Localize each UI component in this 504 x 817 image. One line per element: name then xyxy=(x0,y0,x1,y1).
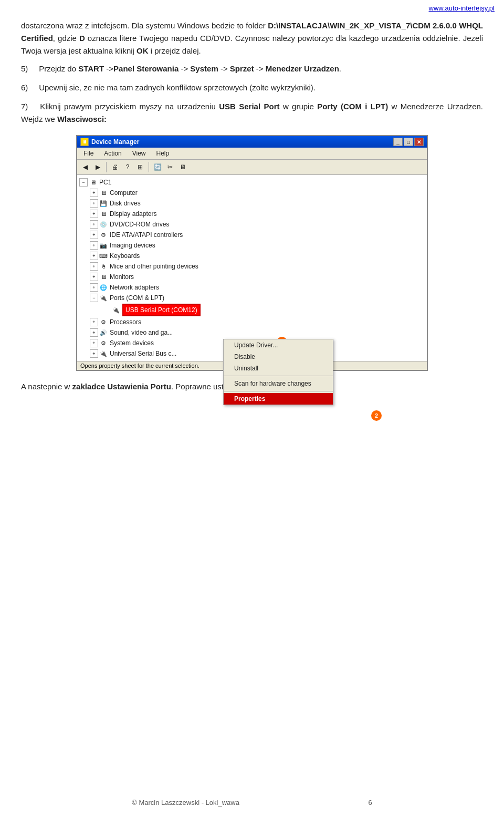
dm-titlebar-buttons: _ □ ✕ xyxy=(393,138,424,146)
dvd-icon: 💿 xyxy=(99,220,108,229)
footer: © Marcin Laszczewski - Loki_wawa 6 xyxy=(0,799,504,806)
ctx-update-driver[interactable]: Update Driver... xyxy=(224,339,333,351)
expand-ide[interactable]: + xyxy=(90,231,98,239)
ports-item[interactable]: − 🔌 Ports (COM & LPT) xyxy=(90,293,425,303)
tree-item-processors: + ⚙ Processors xyxy=(90,317,425,327)
usb-serial-label: USB Serial Port (COM12) xyxy=(122,304,201,316)
intro-paragraph: dostarczona wraz z intefejsem. Dla syste… xyxy=(21,19,483,57)
expand-computer[interactable]: + xyxy=(90,189,98,197)
expand-sound[interactable]: + xyxy=(90,328,98,337)
step-7-number: 7) xyxy=(21,100,37,113)
processors-item[interactable]: + ⚙ Processors xyxy=(90,317,425,327)
minimize-button[interactable]: _ xyxy=(393,138,403,146)
dvd-item[interactable]: + 💿 DVD/CD-ROM drives xyxy=(90,219,425,230)
tree-item-keyboards: + ⌨ Keyboards xyxy=(90,251,425,261)
ide-item[interactable]: + ⚙ IDE ATA/ATAPI controllers xyxy=(90,230,425,240)
ide-label: IDE ATA/ATAPI controllers xyxy=(110,230,183,240)
mice-item[interactable]: + 🖱 Mice and other pointing devices xyxy=(90,261,425,272)
pc-icon: 🖥 xyxy=(89,178,97,187)
expand-processors[interactable]: + xyxy=(90,318,98,326)
usb-bus-icon: 🔌 xyxy=(99,349,108,358)
tree-item-usb-serial: + 🔌 USB Serial Port (COM12) xyxy=(100,303,425,317)
expand-ports[interactable]: − xyxy=(90,294,98,302)
dvd-label: DVD/CD-ROM drives xyxy=(110,220,169,229)
help-icon[interactable]: ? xyxy=(122,161,133,173)
imaging-item[interactable]: + 📷 Imaging devices xyxy=(90,240,425,251)
usb-label: Universal Serial Bus c... xyxy=(110,349,176,358)
ctx-separator xyxy=(224,376,333,376)
expand-dvd[interactable]: + xyxy=(90,220,98,229)
ports-subtree: + 🔌 USB Serial Port (COM12) xyxy=(90,303,425,317)
network-label: Network adapters xyxy=(110,283,159,292)
expand-disk[interactable]: + xyxy=(90,199,98,208)
disk-item[interactable]: + 💾 Disk drives xyxy=(90,198,425,209)
usb-icon: 🔌 xyxy=(112,306,120,314)
expand-keyboards[interactable]: + xyxy=(90,252,98,260)
expand-usb-bus[interactable]: + xyxy=(90,349,98,358)
disk-icon: 💾 xyxy=(99,199,108,208)
menu-action[interactable]: Action xyxy=(100,149,125,158)
menu-file[interactable]: File xyxy=(79,149,98,158)
tree-item-network: + 🌐 Network adapters xyxy=(90,282,425,293)
tree-root: − 🖥 PC1 + 🖥 Computer xyxy=(79,177,425,359)
footer-text: © Marcin Laszczewski - Loki_wawa xyxy=(132,799,239,806)
tree-item-dvd: + 💿 DVD/CD-ROM drives xyxy=(90,219,425,230)
computer-icon: 🖥 xyxy=(99,189,108,197)
close-button[interactable]: ✕ xyxy=(414,138,424,146)
keyboards-item[interactable]: + ⌨ Keyboards xyxy=(90,251,425,261)
ctx-scan[interactable]: Scan for hardware changes xyxy=(224,378,333,389)
network-item[interactable]: + 🌐 Network adapters xyxy=(90,282,425,293)
properties-icon[interactable]: 🖨 xyxy=(109,161,121,173)
context-menu: Update Driver... Disable Uninstall Scan … xyxy=(223,339,333,405)
website-link[interactable]: www.auto-interfejsy.pl xyxy=(0,0,504,14)
device-manager-window: 🖥 Device Manager _ □ ✕ File Action View … xyxy=(76,135,428,371)
tree-item-monitors: + 🖥 Monitors xyxy=(90,272,425,282)
maximize-button[interactable]: □ xyxy=(404,138,413,146)
url-link[interactable]: www.auto-interfejsy.pl xyxy=(429,4,495,12)
dm-tree: − 🖥 PC1 + 🖥 Computer xyxy=(79,177,425,359)
processors-label: Processors xyxy=(110,317,141,327)
dm-tree-body: − 🖥 PC1 + 🖥 Computer xyxy=(77,175,427,361)
monitors-item[interactable]: + 🖥 Monitors xyxy=(90,272,425,282)
network-icon: 🌐 xyxy=(99,283,108,292)
display-item[interactable]: + 🖥 Display adapters xyxy=(90,209,425,219)
tree-item-root[interactable]: − 🖥 PC1 xyxy=(79,177,425,188)
expand-imaging[interactable]: + xyxy=(90,241,98,250)
expand-monitors[interactable]: + xyxy=(90,273,98,281)
tree-item-ports: − 🔌 Ports (COM & LPT) + 🔌 xyxy=(90,293,425,317)
root-label: PC1 xyxy=(99,178,111,187)
tree-item-imaging: + 📷 Imaging devices xyxy=(90,240,425,251)
sound-item[interactable]: + 🔊 Sound, video and ga... xyxy=(90,327,425,338)
processor-icon: ⚙ xyxy=(99,318,108,326)
computer-label: Computer xyxy=(110,188,138,198)
expand-system[interactable]: + xyxy=(90,339,98,347)
tree-item-disk: + 💾 Disk drives xyxy=(90,198,425,209)
usb-serial-item[interactable]: + 🔌 USB Serial Port (COM12) xyxy=(100,303,425,317)
expand-root[interactable]: − xyxy=(79,178,88,187)
back-icon[interactable]: ◀ xyxy=(79,161,91,173)
expand-mice[interactable]: + xyxy=(90,262,98,271)
ide-icon: ⚙ xyxy=(99,231,108,239)
hardware-icon[interactable]: 🖥 xyxy=(177,161,188,173)
system-label: System devices xyxy=(110,338,154,348)
update-icon[interactable]: 🔄 xyxy=(152,161,163,173)
keyboards-label: Keyboards xyxy=(110,251,140,261)
expand-network[interactable]: + xyxy=(90,283,98,292)
dm-toolbar: ◀ ▶ 🖨 ? ⊞ 🔄 ✂ 🖥 xyxy=(77,160,427,175)
step-7: 7) Kliknij prawym przyciskiem myszy na u… xyxy=(21,100,483,126)
dm-subtree: + 🖥 Computer + 💾 Disk drives xyxy=(79,188,425,359)
imaging-label: Imaging devices xyxy=(110,241,155,250)
computer-item[interactable]: + 🖥 Computer xyxy=(90,188,425,198)
ctx-uninstall[interactable]: Uninstall xyxy=(224,363,333,374)
expand-display[interactable]: + xyxy=(90,210,98,218)
ctx-disable[interactable]: Disable xyxy=(224,351,333,363)
page-content: dostarczona wraz z intefejsem. Dla syste… xyxy=(0,14,504,420)
ctx-properties[interactable]: Properties xyxy=(224,393,333,405)
step-5-number: 5) xyxy=(21,63,37,75)
scan-icon[interactable]: ⊞ xyxy=(134,161,146,173)
forward-icon[interactable]: ▶ xyxy=(92,161,103,173)
dm-title: Device Manager xyxy=(91,138,139,146)
menu-help[interactable]: Help xyxy=(152,149,174,158)
menu-view[interactable]: View xyxy=(128,149,150,158)
remove-icon[interactable]: ✂ xyxy=(164,161,176,173)
